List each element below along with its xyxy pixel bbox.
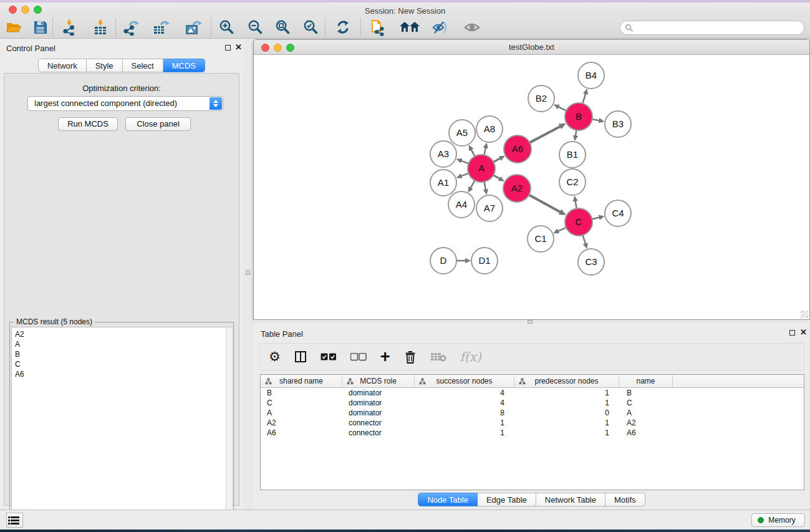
export-table-icon[interactable] [146, 18, 177, 37]
arrowhead-A-A8 [483, 143, 488, 149]
cell[interactable]: A6 [619, 428, 673, 438]
table-row[interactable]: Cdominator41C [261, 398, 804, 408]
edge-A2-C[interactable] [528, 195, 561, 213]
task-history-button[interactable] [6, 513, 23, 528]
cell[interactable]: C [261, 398, 342, 408]
export-network-icon[interactable] [116, 18, 146, 37]
cell[interactable]: A2 [261, 418, 342, 428]
zoom-fit-icon[interactable] [269, 18, 296, 37]
column-header-name[interactable]: name [619, 375, 673, 387]
add-column-icon[interactable]: + [380, 349, 390, 364]
memory-button[interactable]: Memory [751, 513, 805, 527]
tab-select[interactable]: Select [123, 59, 163, 72]
cell[interactable]: A2 [619, 418, 673, 428]
table-row[interactable]: A2connector11A2 [261, 418, 804, 428]
new-network-from-file-icon[interactable] [361, 18, 395, 37]
cell[interactable]: 8 [415, 408, 514, 418]
cell[interactable]: A6 [261, 428, 342, 438]
edge-A6-B[interactable] [529, 126, 561, 143]
result-scrollbar[interactable] [226, 327, 232, 530]
deselect-all-icon[interactable] [350, 353, 367, 361]
horizontal-split-divider[interactable] [253, 320, 810, 324]
close-panel-icon[interactable]: ✕ [235, 42, 242, 52]
tab-network-table[interactable]: Network Table [536, 493, 605, 506]
cell[interactable]: 1 [415, 428, 514, 438]
criterion-select[interactable]: largest connected component (directed) [27, 96, 223, 111]
export-image-icon[interactable] [177, 18, 211, 37]
column-visibility-icon[interactable] [294, 351, 307, 363]
zoom-in-icon[interactable] [211, 18, 241, 37]
table-settings-icon[interactable]: ⚙ [269, 350, 281, 364]
zoom-out-icon[interactable] [241, 18, 269, 37]
tab-node-table[interactable]: Node Table [418, 493, 478, 506]
table-row[interactable]: Adominator80A [261, 408, 804, 418]
cell[interactable]: A [261, 408, 342, 418]
home-layouts-icon[interactable] [395, 18, 425, 37]
run-mcds-button[interactable]: Run MCDS [58, 117, 118, 131]
mcds-result-list[interactable]: A2ABCA6 [11, 327, 227, 530]
open-folder-icon[interactable] [0, 18, 27, 37]
column-header-successor-nodes[interactable]: successor nodes [415, 375, 514, 387]
arrowhead-A-A1 [456, 173, 463, 178]
tab-network[interactable]: Network [38, 59, 87, 72]
refresh-icon[interactable] [325, 18, 360, 37]
show-graphics-details-icon[interactable] [456, 18, 488, 37]
select-stepper-icon[interactable] [210, 97, 222, 110]
cell[interactable]: 1 [514, 388, 619, 398]
tab-style[interactable]: Style [87, 59, 123, 72]
tab-mcds[interactable]: MCDS [163, 59, 205, 72]
memory-label: Memory [768, 516, 795, 525]
search-input[interactable] [637, 22, 799, 34]
result-item[interactable]: A2 [15, 329, 226, 339]
cell[interactable]: dominator [342, 408, 415, 418]
close-table-panel-icon[interactable]: ✕ [800, 327, 807, 337]
cell[interactable]: connector [342, 428, 415, 438]
select-all-icon[interactable] [321, 353, 337, 361]
float-table-panel-icon[interactable] [789, 330, 795, 336]
delete-column-icon[interactable] [404, 350, 417, 364]
save-session-icon[interactable] [27, 18, 52, 37]
cell[interactable]: connector [342, 418, 415, 428]
cell[interactable]: 4 [415, 398, 514, 408]
resize-grip[interactable] [801, 311, 808, 318]
result-item[interactable]: A6 [15, 369, 226, 379]
cell[interactable]: B [619, 388, 673, 398]
hide-graphics-details-icon[interactable] [425, 18, 456, 37]
cell[interactable]: B [261, 388, 342, 398]
tab-motifs[interactable]: Motifs [605, 493, 645, 506]
result-item[interactable]: C [15, 359, 226, 369]
cell[interactable]: 1 [514, 428, 619, 438]
column-header-predecessor-nodes[interactable]: predecessor nodes [514, 375, 619, 387]
float-panel-icon[interactable] [225, 45, 231, 51]
column-header-MCDS-role[interactable]: MCDS role [342, 375, 415, 387]
node-table: shared nameMCDS rolesuccessor nodesprede… [260, 374, 804, 490]
cell[interactable]: A [619, 408, 673, 418]
import-network-icon[interactable] [53, 18, 85, 37]
network-canvas[interactable]: B4B2BB3B1A5A8A6A3AA1A2A4A7C2CC4C1C3DD1 [254, 55, 809, 319]
result-item[interactable]: A [15, 339, 226, 349]
cell[interactable]: dominator [342, 398, 415, 408]
import-table-icon[interactable] [85, 18, 115, 37]
cell[interactable]: 0 [514, 408, 619, 418]
cell[interactable]: dominator [342, 388, 415, 398]
result-item[interactable]: B [15, 349, 226, 359]
network-graph[interactable]: B4B2BB3B1A5A8A6A3AA1A2A4A7C2CC4C1C3DD1 [254, 55, 809, 319]
column-header-shared-name[interactable]: shared name [261, 375, 342, 387]
cell[interactable]: 1 [514, 398, 619, 408]
close-panel-button[interactable]: Close panel [125, 117, 191, 131]
vertical-split-divider[interactable] [243, 39, 253, 510]
network-window-titlebar[interactable]: testGlobe.txt [254, 40, 809, 55]
cell[interactable]: C [619, 398, 673, 408]
divider-grip[interactable] [246, 270, 250, 275]
zoom-selected-icon[interactable] [296, 18, 325, 37]
function-builder-icon[interactable]: f(x) [460, 349, 481, 364]
cell[interactable]: 1 [514, 418, 619, 428]
control-panel-header: Control Panel ✕ [0, 39, 243, 57]
cell[interactable]: 4 [415, 388, 514, 398]
cell[interactable]: 1 [415, 418, 514, 428]
table-row[interactable]: Bdominator41B [261, 388, 804, 398]
divider-grip[interactable] [528, 320, 533, 324]
delete-table-icon[interactable] [430, 352, 446, 362]
table-row[interactable]: A6connector11A6 [261, 428, 804, 438]
tab-edge-table[interactable]: Edge Table [478, 493, 536, 506]
